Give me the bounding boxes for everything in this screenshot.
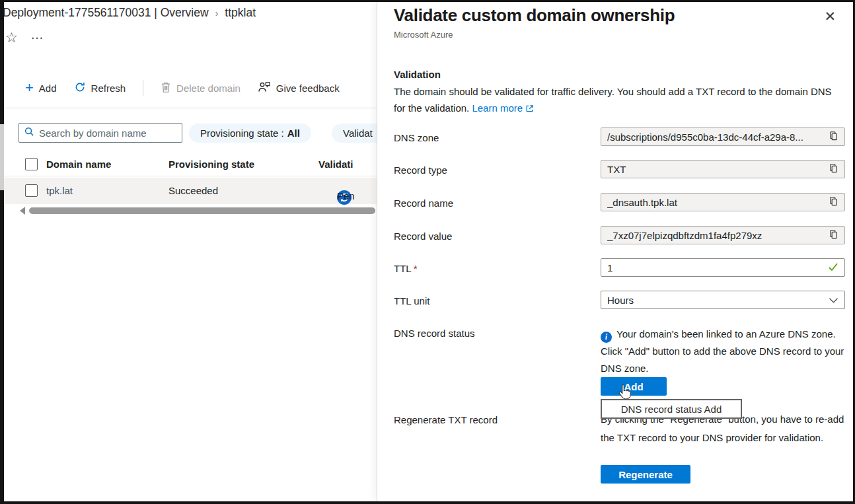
ttl-unit-label: TTL unit [394,295,429,306]
ttl-unit-dropdown[interactable]: Hours [601,291,845,309]
valid-check-icon [828,262,838,273]
dns-add-button[interactable]: Add [601,377,667,396]
scroll-left-arrow-icon[interactable] [20,207,25,215]
record-name-value: _dnsauth.tpk.lat [607,197,823,208]
domain-search [19,123,182,143]
copy-icon[interactable] [829,163,838,176]
regenerate-label: Regenerate TXT record [394,414,498,425]
provisioning-state-value: Succeeded [168,185,218,196]
window-left-border [0,2,4,504]
validation-filter-label: Validat [343,127,373,139]
give-feedback-label: Give feedback [276,83,340,94]
record-type-label: Record type [394,164,447,176]
domains-list-pane: Deployment-1775561170031 | Overview›ttpk… [0,2,377,504]
breadcrumb-current: ttpklat [225,6,256,19]
feedback-icon [258,81,271,95]
validation-description: The domain should be validated for traff… [394,83,842,118]
copy-icon[interactable] [829,229,838,242]
delete-domain-label: Delete domain [176,83,241,94]
ttl-label: TTL* [394,263,418,274]
record-type-value: TXT [607,164,823,175]
toolbar: + Add Refresh Delete domain Give [25,80,340,96]
table-header: Domain name Provisioning state Validati [0,153,377,176]
refresh-button-label: Refresh [91,83,126,94]
refresh-button[interactable]: Refresh [74,81,126,95]
add-button[interactable]: + Add [25,83,57,94]
search-icon [24,127,34,139]
validation-section-title: Validation [394,69,441,80]
dns-zone-value: /subscriptions/d955c0ba-13dc-44cf-a29a-8… [607,131,823,143]
refresh-icon [74,81,86,95]
column-domain-name[interactable]: Domain name [46,159,111,170]
required-asterisk: * [414,263,418,274]
left-scrollbar-thumb[interactable] [0,124,4,190]
delete-domain-button[interactable]: Delete domain [161,81,241,95]
breadcrumb: Deployment-1775561170031 | Overview›ttpk… [3,6,256,20]
dns-zone-label: DNS zone [394,132,439,143]
panel-title: Validate custom domain ownership [394,5,675,26]
record-value-value: _7xz07j7elpizqdbftzdm1fa4fp279xz [607,230,823,241]
provisioning-filter-label: Provisioning state : [200,127,284,139]
column-validation-state[interactable]: Validati [318,159,353,170]
table-row[interactable]: tpk.lat Succeeded Pen [0,178,377,204]
regenerate-button[interactable]: Regenerate [601,465,690,484]
record-value-label: Record value [394,231,452,242]
validation-state-filter[interactable]: Validat [332,124,377,143]
provisioning-state-filter[interactable]: Provisioning state : All [189,124,311,143]
domain-name-link[interactable]: tpk.lat [46,185,73,196]
horizontal-scrollbar-thumb[interactable] [29,207,375,214]
select-all-checkbox[interactable] [25,158,38,170]
add-button-tooltip: DNS record status Add [601,399,742,419]
toolbar-divider [143,80,143,96]
provisioning-filter-value: All [287,127,300,139]
validate-domain-panel: Validate custom domain ownership Microso… [377,2,853,501]
give-feedback-button[interactable]: Give feedback [258,81,340,95]
record-name-label: Record name [394,198,453,209]
trash-icon [161,81,171,95]
dns-record-status-info: iYour domain's been linked to an Azure D… [601,326,853,377]
record-name-field: _dnsauth.tpk.lat [601,193,845,211]
app-window: Deployment-1775561170031 | Overview›ttpk… [0,0,855,504]
row-checkbox[interactable] [25,184,38,197]
more-options-icon[interactable]: … [30,27,44,42]
copy-icon[interactable] [829,131,838,143]
column-provisioning-state[interactable]: Provisioning state [168,159,254,170]
plus-icon: + [25,83,34,93]
dns-record-status-text: Your domain's been linked to an Azure DN… [601,328,844,374]
validation-description-text: The domain should be validated for traff… [394,86,832,114]
learn-more-link[interactable]: Learn more [472,102,534,114]
ttl-input[interactable] [607,262,828,273]
chevron-down-icon [829,295,838,306]
record-type-field: TXT [601,160,845,178]
toolbar-bottom-divider [5,108,377,108]
horizontal-scrollbar [20,207,377,215]
ttl-field [601,258,845,277]
dns-zone-field: /subscriptions/d955c0ba-13dc-44cf-a29a-8… [601,127,845,146]
copy-icon[interactable] [829,196,838,209]
breadcrumb-separator: › [215,8,219,18]
add-button-label: Add [39,83,57,94]
search-input[interactable] [39,127,176,139]
close-icon[interactable]: ✕ [824,9,836,24]
breadcrumb-deployment[interactable]: Deployment-1775561170031 | Overview [3,6,209,19]
panel-subtitle: Microsoft Azure [394,30,453,40]
info-icon: i [601,332,612,343]
favorite-star-icon[interactable]: ☆ [5,30,18,46]
dns-record-status-label: DNS record status [394,328,475,339]
external-link-icon [525,101,534,118]
validation-state-value: Pen [337,190,355,201]
ttl-unit-value: Hours [607,295,634,306]
record-value-field: _7xz07j7elpizqdbftzdm1fa4fp279xz [601,226,845,244]
